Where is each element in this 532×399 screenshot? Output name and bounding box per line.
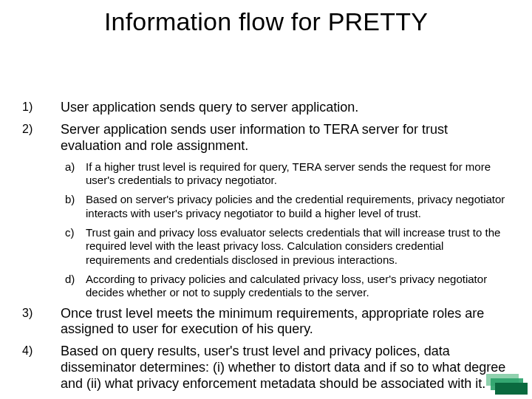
- sub-marker: a): [65, 160, 86, 188]
- sub-marker: b): [65, 193, 86, 220]
- item-marker: 4): [22, 344, 61, 392]
- list-item: 2) Server application sends user informa…: [22, 122, 510, 154]
- sub-text: If a higher trust level is required for …: [86, 160, 510, 188]
- list-sub-item: b) Based on server's privacy policies an…: [65, 193, 510, 220]
- list-item: 4) Based on query results, user's trust …: [22, 344, 510, 392]
- item-text: Based on query results, user's trust lev…: [61, 344, 510, 392]
- item-text: Once trust level meets the minimum requi…: [61, 306, 510, 338]
- list-sub-item: c) Trust gain and privacy loss evaluator…: [65, 226, 510, 267]
- slide-body: 1) User application sends query to serve…: [22, 100, 510, 398]
- slide-title: Information flow for PRETTY: [0, 7, 532, 36]
- list-sub-item: a) If a higher trust level is required f…: [65, 160, 510, 188]
- item-marker: 3): [22, 306, 61, 338]
- item-text: Server application sends user informatio…: [61, 122, 510, 154]
- list-item: 1) User application sends query to serve…: [22, 100, 510, 116]
- item-marker: 1): [22, 100, 61, 116]
- sub-marker: c): [65, 226, 86, 267]
- item-marker: 2): [22, 122, 61, 154]
- list-item: 3) Once trust level meets the minimum re…: [22, 306, 510, 338]
- sub-text: Trust gain and privacy loss evaluator se…: [86, 226, 510, 267]
- sub-text: According to privacy policies and calcul…: [86, 273, 510, 300]
- list-sub-item: d) According to privacy policies and cal…: [65, 273, 510, 300]
- sub-text: Based on server's privacy policies and t…: [86, 193, 510, 220]
- corner-decoration: [480, 374, 528, 395]
- sub-marker: d): [65, 273, 86, 300]
- item-text: User application sends query to server a…: [61, 100, 358, 116]
- slide: Information flow for PRETTY 1) User appl…: [0, 0, 532, 399]
